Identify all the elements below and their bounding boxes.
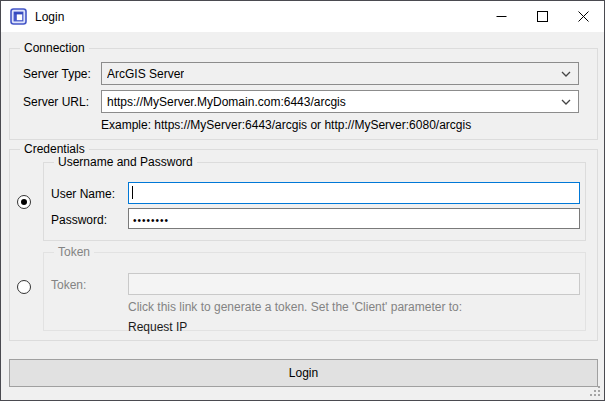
server-url-value: https://MyServer.MyDomain.com:6443/arcgi… bbox=[107, 95, 346, 109]
user-name-input[interactable] bbox=[128, 182, 580, 204]
password-input[interactable] bbox=[128, 208, 580, 229]
token-group-label: Token bbox=[54, 245, 94, 259]
token-hint-text: Click this link to generate a token. Set… bbox=[128, 300, 462, 315]
login-button[interactable]: Login bbox=[9, 359, 598, 387]
close-icon bbox=[578, 11, 589, 22]
username-password-group-label: Username and Password bbox=[54, 155, 197, 169]
login-dialog: Login Connection Server Type: ArcGIS Ser… bbox=[0, 0, 605, 401]
title-bar[interactable]: Login bbox=[1, 1, 604, 32]
text-cursor bbox=[132, 186, 133, 199]
maximize-button[interactable] bbox=[522, 1, 563, 32]
resize-grip[interactable] bbox=[589, 385, 601, 397]
app-window-icon bbox=[10, 8, 27, 25]
username-password-radio[interactable] bbox=[17, 195, 31, 209]
token-input bbox=[128, 273, 580, 295]
server-type-value: ArcGIS Server bbox=[107, 67, 184, 81]
close-button[interactable] bbox=[563, 1, 604, 32]
server-url-label: Server URL: bbox=[23, 95, 89, 110]
window-title: Login bbox=[35, 10, 64, 24]
maximize-icon bbox=[537, 11, 548, 22]
password-label: Password: bbox=[51, 213, 107, 228]
server-url-example-text: Example: https://MyServer:6443/arcgis or… bbox=[101, 118, 471, 133]
user-name-label: User Name: bbox=[51, 187, 115, 202]
credentials-group-label: Credentials bbox=[20, 142, 89, 156]
connection-group-label: Connection bbox=[20, 41, 89, 55]
minimize-button[interactable] bbox=[481, 1, 522, 32]
chevron-down-icon bbox=[561, 99, 571, 105]
minimize-icon bbox=[496, 11, 507, 22]
token-radio[interactable] bbox=[17, 280, 31, 294]
caption-buttons bbox=[481, 1, 604, 32]
chevron-down-icon bbox=[561, 71, 571, 77]
server-type-label: Server Type: bbox=[23, 67, 91, 82]
token-label: Token: bbox=[51, 278, 86, 293]
server-type-dropdown[interactable]: ArcGIS Server bbox=[101, 62, 579, 85]
server-url-combobox[interactable]: https://MyServer.MyDomain.com:6443/arcgi… bbox=[101, 90, 579, 113]
request-ip-text: Request IP bbox=[128, 320, 187, 335]
